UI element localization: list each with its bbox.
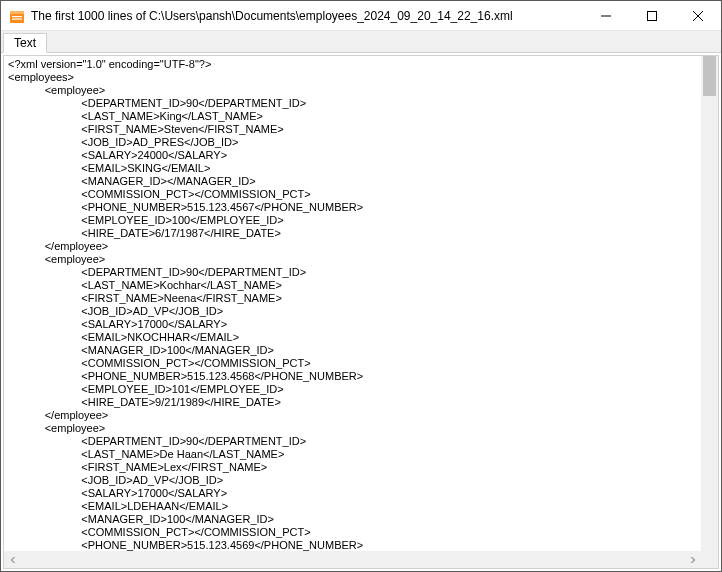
minimize-button[interactable]	[583, 1, 629, 30]
scroll-corner	[701, 551, 718, 568]
svg-rect-1	[10, 11, 24, 14]
scroll-left-arrow[interactable]	[4, 551, 21, 568]
svg-rect-3	[12, 18, 22, 19]
vertical-scrollbar[interactable]	[701, 56, 718, 551]
tab-bar: Text	[1, 31, 721, 53]
scroll-right-arrow[interactable]	[684, 551, 701, 568]
content-wrap: <?xml version="1.0" encoding="UTF-8"?> <…	[1, 53, 721, 571]
horizontal-scrollbar[interactable]	[4, 551, 701, 568]
svg-rect-2	[12, 16, 22, 17]
window-controls	[583, 1, 721, 30]
content-inner: <?xml version="1.0" encoding="UTF-8"?> <…	[3, 55, 719, 569]
titlebar[interactable]: The first 1000 lines of C:\Users\pansh\D…	[1, 1, 721, 31]
tab-text[interactable]: Text	[3, 33, 47, 53]
svg-rect-4	[601, 15, 611, 16]
maximize-button[interactable]	[629, 1, 675, 30]
close-button[interactable]	[675, 1, 721, 30]
svg-rect-5	[648, 11, 657, 20]
window-frame: The first 1000 lines of C:\Users\pansh\D…	[0, 0, 722, 572]
window-title: The first 1000 lines of C:\Users\pansh\D…	[31, 9, 583, 23]
app-icon	[9, 8, 25, 24]
vertical-scroll-thumb[interactable]	[703, 56, 716, 96]
xml-text-view[interactable]: <?xml version="1.0" encoding="UTF-8"?> <…	[4, 56, 701, 551]
